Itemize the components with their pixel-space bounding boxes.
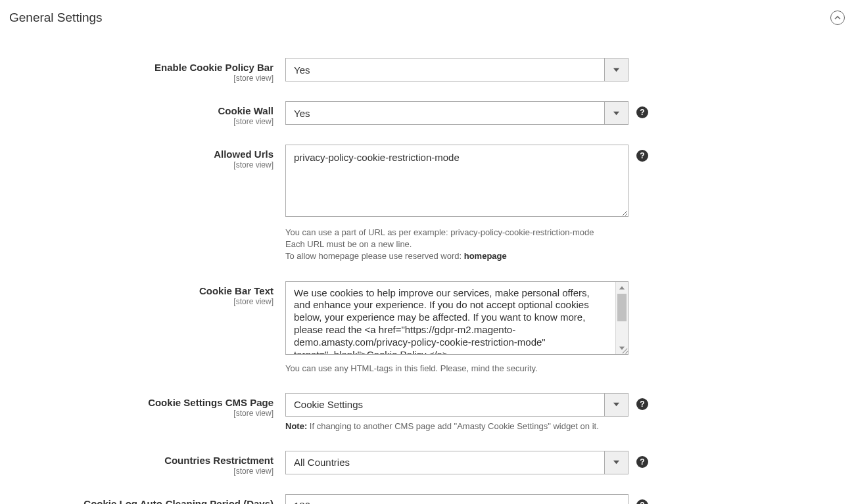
textarea-content: We use cookies to help improve our servi… (286, 282, 615, 354)
countries-restrictment-select[interactable]: All Countries (285, 451, 629, 474)
allowed-urls-textarea[interactable] (285, 145, 629, 217)
help-icon[interactable]: ? (636, 106, 648, 118)
after-col: ? (629, 451, 648, 468)
chevron-down-icon (604, 451, 628, 474)
help-icon[interactable]: ? (636, 499, 648, 504)
hint-bold: homepage (464, 251, 507, 261)
row-countries-restrictment: Countries Restrictment [store view] All … (9, 451, 845, 476)
enable-cookie-policy-bar-select[interactable]: Yes (285, 58, 629, 81)
chevron-down-icon (604, 394, 628, 416)
scope-label: [store view] (9, 409, 273, 418)
label-col: Cookie Log Auto-Cleaning Period (Days) [… (9, 494, 285, 504)
row-cookie-settings-cms-page: Cookie Settings CMS Page [store view] Co… (9, 393, 845, 432)
chevron-up-icon (834, 14, 841, 21)
field-label: Cookie Log Auto-Cleaning Period (Days) (83, 498, 273, 504)
field-label: Allowed Urls (214, 149, 273, 160)
hint-rest: If changing to another CMS page add "Ama… (307, 421, 599, 431)
scope-label: [store view] (9, 467, 273, 476)
label-col: Enable Cookie Policy Bar [store view] (9, 58, 285, 83)
select-value: All Countries (286, 457, 604, 468)
label-col: Allowed Urls [store view] (9, 145, 285, 170)
scope-label: [store view] (9, 160, 273, 170)
field-label: Cookie Wall (218, 105, 273, 116)
chevron-down-icon (604, 58, 628, 81)
hint-bold: Note: (285, 421, 307, 431)
cookie-bar-text-textarea[interactable]: We use cookies to help improve our servi… (285, 281, 629, 355)
hint-text: You can use any HTML-tags in this field.… (285, 363, 629, 375)
field-label: Countries Restrictment (164, 455, 273, 466)
select-value: Yes (286, 64, 604, 76)
label-col: Cookie Settings CMS Page [store view] (9, 393, 285, 418)
label-col: Countries Restrictment [store view] (9, 451, 285, 476)
label-col: Cookie Bar Text [store view] (9, 281, 285, 306)
label-col: Cookie Wall [store view] (9, 101, 285, 126)
after-col: ? (629, 145, 648, 162)
hint-text: Note: If changing to another CMS page ad… (285, 421, 629, 432)
scroll-thumb[interactable] (617, 294, 627, 321)
scope-label: [store view] (9, 117, 273, 126)
help-icon[interactable]: ? (636, 398, 648, 410)
scrollbar[interactable] (615, 282, 628, 354)
control-col: You can use a part of URL as per example… (285, 145, 629, 263)
row-enable-cookie-policy-bar: Enable Cookie Policy Bar [store view] Ye… (9, 58, 845, 83)
after-col: ? (629, 101, 648, 118)
control-col (285, 494, 629, 504)
hint-text: You can use a part of URL as per example… (285, 227, 629, 263)
resize-grip-icon[interactable] (619, 346, 627, 354)
scope-label: [store view] (9, 74, 273, 83)
select-value: Cookie Settings (286, 399, 604, 410)
row-cookie-wall: Cookie Wall [store view] Yes ? (9, 101, 845, 126)
cookie-log-period-input[interactable] (285, 494, 629, 504)
hint-line: You can use a part of URL as per example… (285, 227, 594, 237)
control-col: Yes (285, 58, 629, 81)
form-body: Enable Cookie Policy Bar [store view] Ye… (9, 39, 845, 504)
row-cookie-bar-text: Cookie Bar Text [store view] We use cook… (9, 281, 845, 375)
after-col: ? (629, 494, 648, 504)
select-value: Yes (286, 108, 604, 119)
section-header: General Settings (9, 7, 845, 39)
control-col: Yes (285, 101, 629, 125)
scroll-up-icon[interactable] (616, 282, 628, 294)
control-col: All Countries (285, 451, 629, 474)
after-col (629, 58, 636, 63)
hint-line: To allow homepage please use reserved wo… (285, 251, 464, 261)
scope-label: [store view] (9, 297, 273, 306)
control-col: We use cookies to help improve our servi… (285, 281, 629, 375)
field-label: Enable Cookie Policy Bar (154, 62, 273, 73)
help-icon[interactable]: ? (636, 456, 648, 468)
help-icon[interactable]: ? (636, 150, 648, 162)
after-col: ? (629, 393, 648, 410)
field-label: Cookie Bar Text (199, 285, 273, 296)
after-col (629, 281, 636, 286)
cookie-settings-cms-page-select[interactable]: Cookie Settings (285, 393, 629, 417)
field-label: Cookie Settings CMS Page (148, 397, 273, 408)
cookie-wall-select[interactable]: Yes (285, 101, 629, 125)
row-cookie-log-auto-cleaning-period: Cookie Log Auto-Cleaning Period (Days) [… (9, 494, 845, 504)
chevron-down-icon (604, 102, 628, 124)
row-allowed-urls: Allowed Urls [store view] You can use a … (9, 145, 845, 263)
control-col: Cookie Settings Note: If changing to ano… (285, 393, 629, 432)
collapse-section-button[interactable] (830, 11, 845, 25)
section-title: General Settings (9, 11, 103, 25)
hint-line: Each URL must be on a new line. (285, 239, 412, 249)
